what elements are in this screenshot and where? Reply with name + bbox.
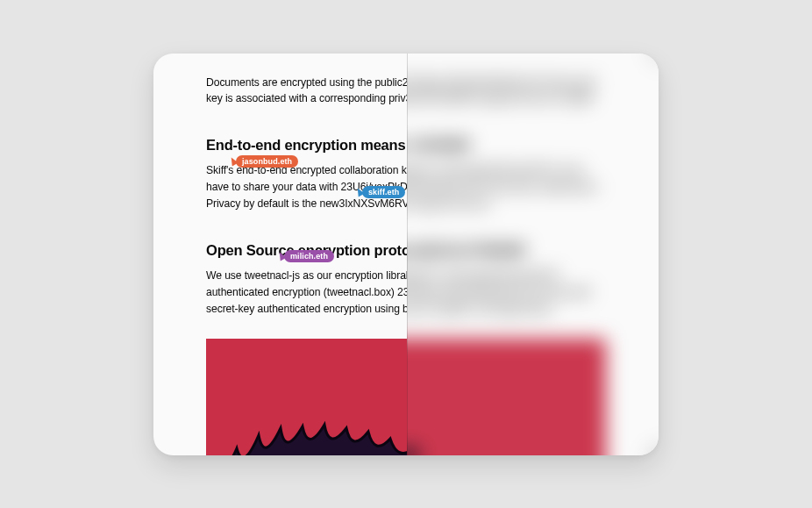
document-preview-card: Documents are encrypted using the public… [153, 54, 659, 455]
illustration-area [206, 339, 606, 455]
intro-paragraph: Documents are encrypted using the public… [206, 75, 606, 108]
collaborator-label: jasonbud.eth [236, 155, 298, 168]
document-content: Documents are encrypted using the public… [153, 54, 659, 455]
collaborator-label: skiff.eth [362, 186, 405, 199]
section-heading-opensource: Open Source encryption protocQi21An7OWtt… [206, 242, 606, 259]
section-heading-e2e: End-to-end encryption means rtVD3DM [206, 137, 606, 154]
collaborator-cursor-jasonbud: jasonbud.eth [230, 155, 298, 168]
split-divider [407, 54, 408, 455]
creature-illustration [206, 365, 566, 455]
collaborator-label: milich.eth [284, 250, 334, 263]
collaborator-cursor-milich: milich.eth [278, 250, 334, 263]
section-body-e2e: Skiff's end-to-end encrypted collaborati… [206, 162, 606, 212]
collaborator-cursor-skiff: skiff.eth [356, 186, 405, 199]
section-body-opensource: We use tweetnacl-js as our encryption li… [206, 268, 606, 318]
